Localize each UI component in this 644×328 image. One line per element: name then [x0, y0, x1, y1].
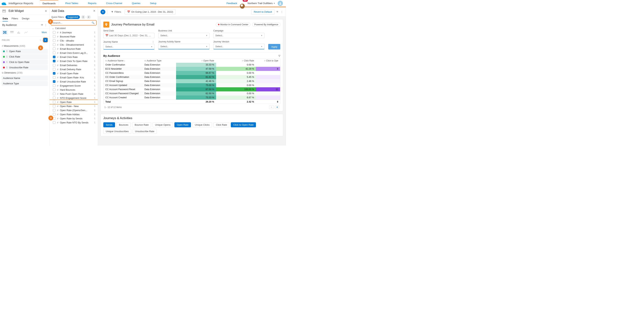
hash-filter-chip[interactable]: #: [86, 15, 91, 19]
field-row[interactable]: #Email Unsubscribe RateΣ: [50, 80, 98, 84]
tab-pivot-tables[interactable]: Pivot Tables: [63, 0, 81, 6]
tab-dashboards[interactable]: Dashboards: [40, 0, 58, 6]
field-row[interactable]: #Open Rate - NewΣ: [50, 104, 98, 108]
field-row[interactable]: #Clic - désaboΣ: [50, 38, 98, 43]
field-row[interactable]: #Open Rate (Opens/Sen...Σ: [50, 108, 98, 112]
tab-reports[interactable]: Reports: [86, 0, 99, 6]
dimension-item[interactable]: Audience Type: [2, 81, 48, 86]
tab-cross-channel[interactable]: Cross-Channel: [104, 0, 125, 6]
sort-desc-icon[interactable]: ↓: [42, 39, 43, 42]
checkbox[interactable]: [53, 88, 56, 91]
kebab-icon[interactable]: ⋮: [152, 40, 154, 43]
suggested-pill[interactable]: Suggested: [66, 15, 80, 19]
checkbox[interactable]: [53, 68, 56, 70]
checkbox[interactable]: [53, 101, 56, 103]
field-row[interactable]: #Open Rate by SendsΣ: [50, 116, 98, 120]
sigma-filter-chip[interactable]: Σ: [81, 15, 85, 19]
search-input[interactable]: [53, 22, 92, 24]
checkbox[interactable]: [53, 113, 56, 116]
metric-pill[interactable]: Bounces: [116, 122, 131, 127]
subtab-design[interactable]: Design: [22, 16, 30, 22]
field-row[interactable]: #Email Open RateΣ: [50, 71, 98, 76]
viz-bar-icon[interactable]: [16, 30, 22, 35]
metric-pill[interactable]: Unique Opens: [152, 122, 173, 127]
notifications[interactable]: 99+: [240, 1, 245, 6]
checkbox[interactable]: [53, 72, 56, 75]
checkbox[interactable]: [53, 52, 56, 54]
journey-name-select[interactable]: Select..▼: [103, 44, 154, 50]
field-row[interactable]: #Open Rate AdidasΣ: [50, 112, 98, 116]
sort-asc-icon[interactable]: ↑: [40, 39, 41, 42]
user-avatar[interactable]: [278, 1, 283, 6]
field-row[interactable]: #New Push Open RateΣ: [50, 92, 98, 96]
checkbox[interactable]: [53, 105, 56, 108]
checkbox[interactable]: [53, 39, 56, 42]
org-switcher[interactable]: Northern Trail Outfitters ▼: [248, 2, 275, 5]
field-row[interactable]: #Email Open Rate- KrisΣ: [50, 76, 98, 80]
checkbox[interactable]: [53, 96, 56, 99]
field-row[interactable]: ## JourneysΣ: [50, 30, 98, 34]
arrow-down-icon[interactable]: ↓: [124, 60, 125, 62]
metric-pill[interactable]: Click Rate: [214, 122, 229, 127]
funnel-icon[interactable]: ▽: [278, 54, 280, 57]
checkbox[interactable]: [53, 80, 56, 83]
date-range-button[interactable]: 📅 On Going (Jan 1, 2019 - Dec 31, 2022): [125, 9, 176, 14]
viz-table-icon[interactable]: [9, 30, 15, 35]
feedback-link[interactable]: Feedback: [226, 2, 237, 5]
checkbox[interactable]: [53, 35, 56, 38]
table-row[interactable]: CC Account UpdatedData Extension75.00 %0…: [104, 83, 280, 87]
subtab-data[interactable]: Data: [2, 16, 8, 22]
checkbox[interactable]: [53, 56, 56, 58]
table-row[interactable]: CC Account CreatedData Extension73.33 %6…: [104, 96, 280, 100]
metric-pill[interactable]: Unique Unsubscribes: [103, 129, 131, 134]
field-row[interactable]: #Open RateΣ: [50, 100, 98, 104]
subtab-filters[interactable]: Filters: [12, 16, 18, 22]
metric-pill[interactable]: Click to Open Rate: [231, 122, 256, 127]
checkbox[interactable]: [53, 121, 56, 124]
metric-pill[interactable]: Unsubscribe Rate: [133, 129, 157, 134]
apply-button[interactable]: Apply: [268, 44, 280, 50]
field-row[interactable]: #Hard BouncesΣ: [50, 88, 98, 92]
close-icon[interactable]: ✕: [45, 9, 47, 13]
checkbox[interactable]: [53, 109, 56, 112]
metric-pill[interactable]: Unique Clicks: [192, 122, 212, 127]
add-field-button[interactable]: +: [43, 38, 48, 42]
metric-pill[interactable]: Open Rate: [174, 122, 191, 127]
field-row[interactable]: #Engagement ScoreΣ: [50, 84, 98, 88]
send-date-select[interactable]: 📅 Last 30 Days (Dec 2, 2022 - Dec 31, ..…: [103, 33, 154, 38]
field-row[interactable]: #Email Click RateΣ: [50, 55, 98, 59]
measurement-item[interactable]: ΣClick to Open Rate: [2, 60, 48, 64]
eye-icon[interactable]: 👁: [276, 10, 279, 13]
powered-chip[interactable]: Powered By Intelligence: [252, 22, 280, 26]
checkbox[interactable]: [53, 76, 56, 79]
close-icon[interactable]: ✕: [93, 9, 96, 13]
bu-select[interactable]: Select..▼: [158, 33, 210, 38]
metric-pill[interactable]: Bounce Rate: [132, 122, 151, 127]
checkbox[interactable]: [53, 92, 56, 95]
kebab-icon[interactable]: ⋮: [44, 24, 47, 26]
checkbox[interactable]: [53, 43, 56, 46]
monitor-chip[interactable]: ✱ Monitor in Command Center: [216, 22, 250, 26]
checkbox[interactable]: [53, 48, 56, 50]
add-widget-button[interactable]: +: [100, 10, 105, 14]
measurement-item[interactable]: ΣClick Rate: [2, 54, 48, 59]
journey-activity-select[interactable]: Select..▼: [158, 44, 210, 49]
expand-horiz-icon[interactable]: ↔: [269, 105, 274, 109]
checkbox[interactable]: [53, 117, 56, 120]
field-row[interactable]: #Clic - DésabonnementΣ: [50, 43, 98, 47]
checkbox[interactable]: [53, 60, 56, 62]
table-row[interactable]: ECS NewsletterData Extension47.59 %42.29…: [104, 67, 280, 71]
viz-more-link[interactable]: More: [42, 31, 48, 34]
next-page-icon[interactable]: ⇉: [275, 105, 279, 109]
table-row[interactable]: CC Account Password ResetData Extension8…: [104, 87, 280, 92]
kebab-icon[interactable]: ⋮: [280, 10, 283, 14]
journey-version-select[interactable]: Select..▼: [213, 44, 265, 49]
table-row[interactable]: CC PasswordlessData Extension66.67 %0.00…: [104, 71, 280, 75]
table-row[interactable]: CC Email SignupData Extension42.46 %2.46…: [104, 79, 280, 83]
viz-line-icon[interactable]: [23, 30, 29, 35]
checkbox[interactable]: [53, 31, 56, 34]
campaign-select[interactable]: Select..▼: [213, 33, 265, 38]
field-row[interactable]: #Email Bounce RateΣ: [50, 47, 98, 51]
table-row[interactable]: CC Order ConfirmationData Extension81.82…: [104, 75, 280, 79]
revert-button[interactable]: Revert to Default: [251, 9, 274, 14]
